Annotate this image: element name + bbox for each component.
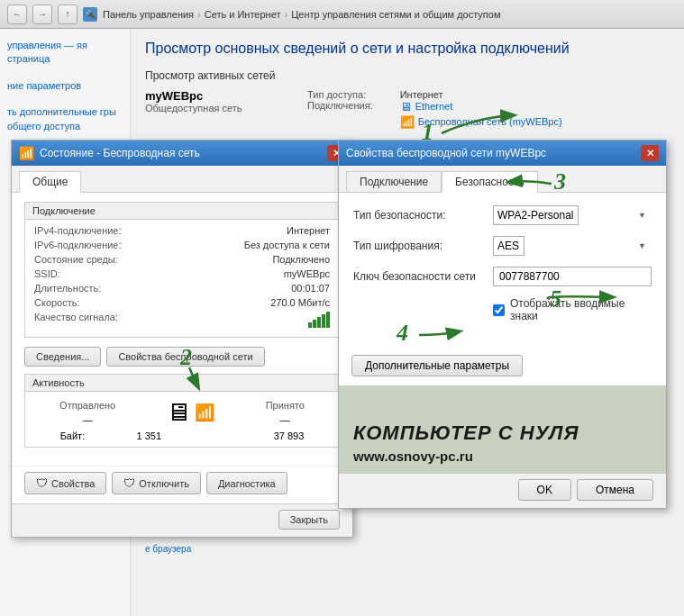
back-button[interactable]: ← [7,5,27,24]
tab-connection[interactable]: Подключение [346,171,442,192]
bytes-row: Байт: 1 351 37 893 [34,430,330,441]
bar-2 [313,320,316,328]
app-icon: 🔌 [83,7,97,22]
security-type-label: Тип безопасности: [353,209,493,222]
properties-icon: 🛡 [36,476,48,490]
wireless-properties-button[interactable]: Свойства беспроводной сети [106,347,264,367]
network-name: myWEBpc [145,89,289,103]
security-type-wrapper: WPA2-Personal [493,205,652,225]
up-button[interactable]: ↑ [58,5,78,24]
encryption-label: Тип шифрования: [353,240,493,252]
main-window: ← → ↑ 🔌 Панель управления › Сеть и Интер… [0,0,684,616]
security-ok-row: OK Отмена [339,473,666,508]
signal-value [308,312,330,328]
security-branding: компьютер с нуля www.osnovy-pc.ru [339,385,666,473]
diagnostics-button[interactable]: Диагностика [206,472,287,494]
speed-label: Скорость: [34,297,80,308]
properties-button[interactable]: 🛡 Свойства [24,472,106,494]
tab-general[interactable]: Общие [19,171,81,193]
branding-url: www.osnovy-pc.ru [353,448,652,464]
ssid-value: myWEBpc [284,268,330,279]
sidebar-item-2[interactable]: ние параметров [0,77,130,95]
security-footer: Дополнительные параметры [339,349,666,385]
breadcrumb-sep-2: › [284,9,287,20]
ipv4-label: IPv4-подключение: [34,225,122,236]
disconnect-icon: 🛡 [123,476,135,490]
tab-security[interactable]: Безопасность [442,171,538,193]
sidebar-item-1[interactable]: управления — яя страница [0,36,130,69]
network-type: Общедоступная сеть [145,103,289,113]
close-button[interactable]: Закрыть [278,510,340,530]
activity-content: Отправлено — 🖥 📶 Принято — Ба [25,392,339,447]
received-dash: — [280,414,290,425]
disconnect-button[interactable]: 🛡 Отключить [112,472,201,494]
sent-col: Отправлено — [59,400,115,425]
bar-3 [317,317,321,328]
ssid-label: SSID: [34,268,60,279]
diagnostics-label: Диагностика [218,478,276,489]
encryption-wrapper: AES [493,236,652,256]
status-dialog: 📶 Состояние - Беспроводная сеть ✕ Общие … [11,140,353,538]
forward-button[interactable]: → [32,5,52,24]
encryption-select[interactable]: AES [493,236,524,256]
key-input[interactable] [493,267,652,286]
cancel-button[interactable]: Отмена [577,479,653,501]
bytes-label: Байт: [60,430,86,441]
sidebar-item-3[interactable]: ть дополнительные гры общего доступа [0,103,130,136]
pc-icon: 🖥 [166,397,191,427]
sidebar-item-5[interactable]: е браузера [138,540,254,558]
network-icon-area: 🖥 📶 [166,397,214,427]
status-dialog-icon: 📶 [19,146,34,160]
security-type-select[interactable]: WPA2-Personal [493,205,579,225]
info-button[interactable]: Сведения... [24,347,101,367]
breadcrumb: Панель управления › Сеть и Интернет › Це… [103,9,677,20]
ok-button[interactable]: OK [518,479,571,501]
security-body: Тип безопасности: WPA2-Personal Тип шифр… [339,193,666,349]
env-value: Подключено [272,254,330,265]
ethernet-link[interactable]: 🖥 Ethernet [400,100,562,113]
network-name-area: myWEBpc Общедоступная сеть [145,89,289,113]
disconnect-label: Отключить [139,478,189,489]
ethernet-icon: 🖥 [400,100,412,113]
access-type-label: Тип доступа: [307,89,373,100]
duration-row: Длительность: 00:01:07 [34,283,330,294]
signal-bar [308,312,330,328]
breadcrumb-item-1[interactable]: Панель управления [103,9,194,20]
wifi-signal-icon: 📶 [195,403,214,422]
env-row: Состояние среды: Подключено [34,254,330,265]
breadcrumb-item-3[interactable]: Центр управления сетями и общим доступом [291,9,500,20]
ipv6-label: IPv6-подключение: [34,240,122,250]
security-dialog-close[interactable]: ✕ [641,145,659,161]
received-bytes: 37 893 [274,430,305,441]
ipv4-value: Интернет [287,225,330,236]
breadcrumb-item-2[interactable]: Сеть и Интернет [205,9,281,20]
ssid-row: SSID: myWEBpc [34,268,330,279]
bar-4 [322,314,325,328]
sent-bytes: 1 351 [137,430,162,441]
speed-value: 270.0 Мбит/с [270,297,330,308]
middle-buttons: Сведения... Свойства беспроводной сети [24,347,340,367]
show-chars-row: Отображать вводимые знаки [493,297,652,322]
duration-label: Длительность: [34,283,101,294]
status-dialog-title: Состояние - Беспроводная сеть [40,147,322,159]
ipv6-value: Без доступа к сети [244,240,330,250]
breadcrumb-sep-1: › [197,9,201,20]
ethernet-label: Ethernet [415,101,453,112]
activity-title: Активность [25,375,339,392]
bar-5 [326,312,330,328]
wifi-link[interactable]: 📶 Беспроводная сеть (myWEBpc) [400,115,562,129]
connection-section-title: Подключение [25,203,339,220]
more-params-button[interactable]: Дополнительные параметры [351,355,523,376]
status-dialog-tabs: Общие [12,166,352,193]
show-chars-checkbox[interactable] [493,304,505,316]
security-dialog-titlebar: Свойства беспроводной сети myWEBpc ✕ [339,140,666,166]
access-type-value: Интернет [400,89,562,100]
key-row: Ключ безопасности сети [353,267,652,286]
connection-links: 🖥 Ethernet 📶 Беспроводная сеть (myWEBpc) [400,100,562,129]
security-type-row: Тип безопасности: WPA2-Personal [353,205,652,225]
access-type-col: Тип доступа: Подключения: [307,89,373,129]
status-dialog-bottom: Закрыть [12,503,352,537]
ipv4-row: IPv4-подключение: Интернет [34,225,330,236]
page-title: Просмотр основных сведений о сети и наст… [145,40,670,59]
access-value-col: Интернет 🖥 Ethernet 📶 Беспроводная сеть … [400,89,562,129]
